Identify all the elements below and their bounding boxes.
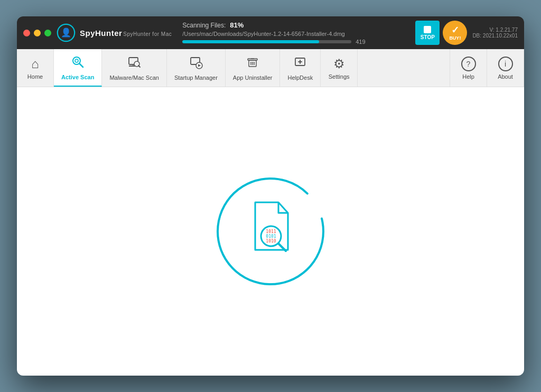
nav-label-helpdesk: HelpDesk bbox=[287, 74, 313, 81]
version-info: V: 1.2.21.77 DB: 2021.10.22x01 bbox=[472, 27, 518, 39]
app-window: 👤 SpyHunterSpyHunter for Mac Scanning Fi… bbox=[17, 16, 524, 376]
svg-text:👤: 👤 bbox=[61, 27, 72, 38]
settings-icon: ⚙ bbox=[333, 57, 345, 71]
about-icon: i bbox=[498, 57, 513, 71]
main-content: 1011 0101 1010 bbox=[17, 87, 524, 376]
traffic-lights bbox=[23, 30, 51, 36]
navbar: ⌂ Home Active Scan bbox=[17, 49, 524, 87]
scan-circle-svg bbox=[207, 168, 334, 295]
nav-item-home[interactable]: ⌂ Home bbox=[17, 49, 54, 87]
nav-label-malware-scan: Malware/Mac Scan bbox=[109, 74, 159, 81]
version-line1: V: 1.2.21.77 bbox=[489, 27, 518, 33]
app-uninstaller-icon bbox=[246, 55, 259, 72]
nav-label-about: About bbox=[498, 73, 513, 80]
scan-info: Scanning Files: 81% /Users/mac/Downloads… bbox=[182, 21, 415, 45]
helpdesk-icon bbox=[293, 55, 307, 72]
svg-line-9 bbox=[138, 66, 140, 67]
nav-label-help: Help bbox=[462, 73, 474, 80]
startup-manager-icon bbox=[189, 55, 203, 72]
app-logo-icon: 👤 bbox=[57, 23, 76, 42]
malware-scan-icon bbox=[127, 55, 141, 72]
titlebar-actions: STOP ✓ BUY! bbox=[415, 21, 467, 45]
stop-label: STOP bbox=[421, 34, 435, 40]
version-line2: DB: 2021.10.22x01 bbox=[472, 33, 518, 39]
nav-label-active-scan: Active Scan bbox=[61, 74, 94, 80]
logo-area: 👤 SpyHunterSpyHunter for Mac bbox=[57, 23, 172, 42]
help-icon: ? bbox=[461, 57, 476, 71]
nav-item-settings[interactable]: ⚙ Settings bbox=[321, 49, 358, 87]
scanning-file: /Users/mac/Downloads/SpyHunter-1.2-14-65… bbox=[182, 31, 362, 37]
minimize-button[interactable] bbox=[34, 30, 41, 36]
nav-item-helpdesk[interactable]: HelpDesk bbox=[280, 49, 321, 87]
progress-bar-fill bbox=[182, 40, 319, 43]
scan-animation: 1011 0101 1010 bbox=[207, 168, 334, 295]
svg-line-3 bbox=[79, 63, 83, 67]
buy-label: BUY! bbox=[449, 35, 461, 41]
titlebar: 👤 SpyHunterSpyHunter for Mac Scanning Fi… bbox=[17, 16, 524, 49]
svg-point-22 bbox=[209, 170, 332, 293]
logo-text: SpyHunterSpyHunter for Mac bbox=[80, 29, 172, 38]
progress-row: 419 bbox=[182, 39, 415, 45]
active-scan-icon bbox=[71, 55, 85, 72]
nav-item-malware-scan[interactable]: Malware/Mac Scan bbox=[102, 49, 167, 87]
nav-label-settings: Settings bbox=[329, 73, 350, 80]
nav-label-startup-manager: Startup Manager bbox=[174, 74, 218, 81]
nav-item-help[interactable]: ? Help bbox=[450, 49, 487, 87]
home-icon: ⌂ bbox=[31, 57, 39, 71]
buy-button[interactable]: ✓ BUY! bbox=[443, 21, 467, 45]
nav-spacer bbox=[358, 49, 450, 87]
nav-item-app-uninstaller[interactable]: App Uninstaller bbox=[226, 49, 281, 87]
nav-label-app-uninstaller: App Uninstaller bbox=[233, 74, 273, 81]
close-button[interactable] bbox=[23, 30, 30, 36]
stop-icon bbox=[424, 26, 431, 33]
app-name: SpyHunterSpyHunter for Mac bbox=[80, 29, 172, 38]
nav-item-startup-manager[interactable]: Startup Manager bbox=[167, 49, 226, 87]
file-count: 419 bbox=[356, 39, 365, 45]
nav-item-active-scan[interactable]: Active Scan bbox=[54, 49, 102, 87]
scan-info-top: Scanning Files: 81% bbox=[182, 21, 415, 29]
maximize-button[interactable] bbox=[44, 30, 51, 36]
scanning-label: Scanning Files: bbox=[182, 22, 226, 29]
progress-bar-track bbox=[182, 40, 351, 43]
svg-point-4 bbox=[75, 59, 78, 62]
stop-button[interactable]: STOP bbox=[415, 21, 440, 45]
scanning-percent: 81% bbox=[230, 21, 244, 29]
nav-right: ? Help i About bbox=[450, 49, 524, 87]
nav-label-home: Home bbox=[27, 73, 43, 80]
nav-item-about[interactable]: i About bbox=[487, 49, 524, 87]
buy-check-icon: ✓ bbox=[451, 25, 459, 35]
